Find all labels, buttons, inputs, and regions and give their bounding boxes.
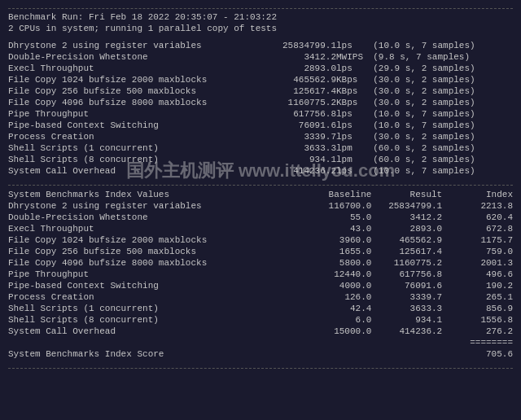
top-result-name: Dhrystone 2 using register variables — [8, 40, 260, 51]
detail-result: 3633.3 — [371, 303, 442, 314]
top-result-score: 465562.9 — [260, 74, 336, 85]
detail-result: 3339.7 — [371, 291, 442, 303]
top-result-row: Shell Scripts (8 concurrent) 934.1 lpm (… — [8, 154, 513, 165]
top-result-row: Shell Scripts (1 concurrent) 3633.3 lpm … — [8, 142, 513, 154]
top-result-score: 3339.7 — [260, 131, 336, 142]
top-result-row: Pipe-based Context Switching 76091.6 lps… — [8, 120, 513, 131]
detail-result: 934.1 — [371, 314, 442, 326]
equals-row: ======== — [8, 337, 513, 348]
top-result-timing: (60.0 s, 2 samples) — [373, 142, 513, 154]
detail-baseline: 15000.0 — [301, 326, 372, 337]
top-result-timing: (60.0 s, 2 samples) — [373, 154, 513, 165]
detail-result-row: Dhrystone 2 using register variables 116… — [8, 200, 513, 212]
top-result-unit: KBps — [336, 97, 373, 108]
detail-baseline: 116700.0 — [301, 200, 372, 212]
top-result-timing: (30.0 s, 2 samples) — [373, 97, 513, 108]
mid-divider — [8, 185, 513, 186]
col-header-result: Result — [371, 189, 442, 200]
col-header-index: Index — [442, 189, 513, 200]
top-result-row: Double-Precision Whetstone 3412.2 MWIPS … — [8, 51, 513, 63]
detail-result: 414236.2 — [371, 326, 442, 337]
top-result-name: System Call Overhead — [8, 165, 260, 177]
top-result-name: File Copy 4096 bufsize 8000 maxblocks — [8, 97, 260, 108]
detail-results-table: System Benchmarks Index Values Baseline … — [8, 189, 513, 360]
top-result-name: Shell Scripts (8 concurrent) — [8, 154, 260, 165]
detail-baseline: 42.4 — [301, 303, 372, 314]
detail-result-row: File Copy 256 bufsize 500 maxblocks 1655… — [8, 246, 513, 257]
detail-index: 2213.8 — [442, 200, 513, 212]
detail-name: System Call Overhead — [8, 326, 301, 337]
top-result-unit: lps — [336, 165, 373, 177]
run-line: Benchmark Run: Fri Feb 18 2022 20:35:07 … — [8, 12, 513, 22]
top-result-unit: lps — [336, 40, 373, 51]
top-result-timing: (10.0 s, 7 samples) — [373, 40, 513, 51]
detail-name: Double-Precision Whetstone — [8, 212, 301, 223]
top-result-row: File Copy 4096 bufsize 8000 maxblocks 11… — [8, 97, 513, 108]
top-result-score: 125617.4 — [260, 85, 336, 97]
final-score-row: System Benchmarks Index Score 705.6 — [8, 348, 513, 360]
top-result-timing: (30.0 s, 2 samples) — [373, 85, 513, 97]
top-result-score: 2893.0 — [260, 63, 336, 74]
benchmark-container: Benchmark Run: Fri Feb 18 2022 20:35:07 … — [8, 8, 513, 369]
detail-baseline: 12440.0 — [301, 269, 372, 280]
detail-index: 1556.8 — [442, 314, 513, 326]
top-result-row: System Call Overhead 414236.2 lps (10.0 … — [8, 165, 513, 177]
top-result-timing: (10.0 s, 7 samples) — [373, 108, 513, 120]
final-score: 705.6 — [442, 348, 513, 360]
detail-result: 617756.8 — [371, 269, 442, 280]
top-result-timing: (30.0 s, 2 samples) — [373, 74, 513, 85]
detail-baseline: 5800.0 — [301, 257, 372, 269]
top-results-table: Dhrystone 2 using register variables 258… — [8, 40, 513, 177]
detail-index: 265.1 — [442, 291, 513, 303]
top-result-score: 3412.2 — [260, 51, 336, 63]
detail-result-row: Process Creation 126.0 3339.7 265.1 — [8, 291, 513, 303]
detail-baseline: 6.0 — [301, 314, 372, 326]
detail-baseline: 4000.0 — [301, 280, 372, 291]
detail-name: File Copy 1024 bufsize 2000 maxblocks — [8, 234, 301, 246]
top-result-row: Execl Throughput 2893.0 lps (29.9 s, 2 s… — [8, 63, 513, 74]
top-result-unit: KBps — [336, 85, 373, 97]
top-result-name: File Copy 1024 bufsize 2000 maxblocks — [8, 74, 260, 85]
detail-name: Pipe Throughput — [8, 269, 301, 280]
top-result-name: Pipe Throughput — [8, 108, 260, 120]
detail-result: 3412.2 — [371, 212, 442, 223]
detail-result: 76091.6 — [371, 280, 442, 291]
detail-baseline: 55.0 — [301, 212, 372, 223]
top-result-unit: KBps — [336, 74, 373, 85]
top-result-name: Shell Scripts (1 concurrent) — [8, 142, 260, 154]
detail-result-row: Shell Scripts (1 concurrent) 42.4 3633.3… — [8, 303, 513, 314]
top-result-unit: lps — [336, 120, 373, 131]
detail-name: Dhrystone 2 using register variables — [8, 200, 301, 212]
top-result-row: File Copy 256 bufsize 500 maxblocks 1256… — [8, 85, 513, 97]
top-result-timing: (29.9 s, 2 samples) — [373, 63, 513, 74]
detail-index: 620.4 — [442, 212, 513, 223]
detail-name: File Copy 4096 bufsize 8000 maxblocks — [8, 257, 301, 269]
final-label: System Benchmarks Index Score — [8, 348, 442, 360]
detail-result-row: Double-Precision Whetstone 55.0 3412.2 6… — [8, 212, 513, 223]
detail-result: 125617.4 — [371, 246, 442, 257]
top-result-row: Dhrystone 2 using register variables 258… — [8, 40, 513, 51]
table-header-row: System Benchmarks Index Values Baseline … — [8, 189, 513, 200]
top-result-score: 414236.2 — [260, 165, 336, 177]
top-result-timing: (10.0 s, 7 samples) — [373, 165, 513, 177]
detail-baseline: 126.0 — [301, 291, 372, 303]
detail-name: Shell Scripts (8 concurrent) — [8, 314, 301, 326]
detail-index: 856.9 — [442, 303, 513, 314]
top-result-row: Process Creation 3339.7 lps (30.0 s, 2 s… — [8, 131, 513, 142]
detail-result: 1160775.2 — [371, 257, 442, 269]
top-result-unit: lpm — [336, 142, 373, 154]
top-result-score: 76091.6 — [260, 120, 336, 131]
top-result-unit: MWIPS — [336, 51, 373, 63]
equals-cell: ======== — [442, 337, 513, 348]
top-result-score: 3633.3 — [260, 142, 336, 154]
top-divider — [8, 8, 513, 9]
detail-result-row: Pipe Throughput 12440.0 617756.8 496.6 — [8, 269, 513, 280]
detail-result: 2893.0 — [371, 223, 442, 234]
detail-name: Process Creation — [8, 291, 301, 303]
detail-name: Shell Scripts (1 concurrent) — [8, 303, 301, 314]
top-result-row: File Copy 1024 bufsize 2000 maxblocks 46… — [8, 74, 513, 85]
detail-result-row: File Copy 4096 bufsize 8000 maxblocks 58… — [8, 257, 513, 269]
detail-name: Pipe-based Context Switching — [8, 280, 301, 291]
top-result-unit: lpm — [336, 154, 373, 165]
top-result-timing: (10.0 s, 7 samples) — [373, 120, 513, 131]
